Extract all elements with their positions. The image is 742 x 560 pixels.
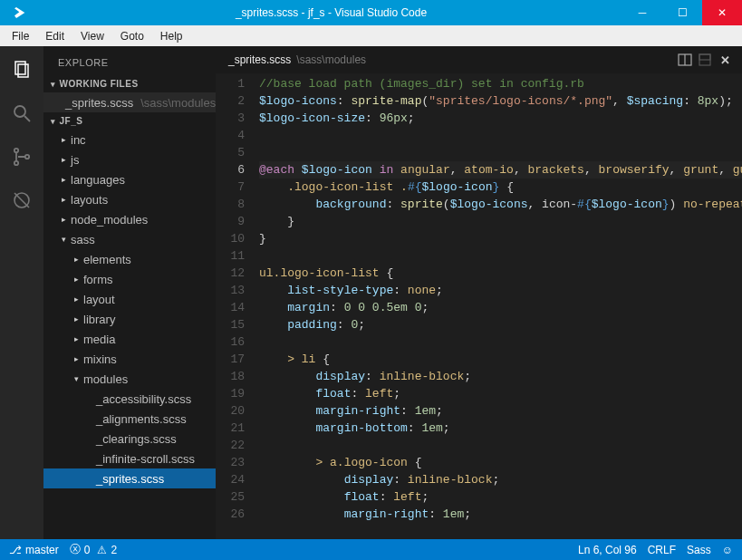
feedback-icon[interactable]: ☺ — [722, 544, 733, 556]
tree-item[interactable]: ▾modules — [43, 369, 216, 389]
warning-icon: ⚠ — [97, 544, 107, 556]
menu-help[interactable]: Help — [152, 28, 191, 44]
close-button[interactable]: ✕ — [702, 0, 742, 25]
svg-rect-12 — [699, 54, 710, 60]
chevron-down-icon: ▾ — [72, 374, 80, 383]
sidebar: EXPLORE ▾ WORKING FILES _sprites.scss \s… — [43, 46, 216, 539]
tab-filepath: \sass\modules — [296, 53, 366, 66]
split-editor-icon[interactable] — [675, 53, 695, 67]
activity-bar — [0, 46, 43, 539]
chevron-down-icon: ▾ — [60, 235, 67, 244]
window-title: _sprites.scss - jf_s - Visual Studio Cod… — [40, 6, 622, 19]
debug-icon[interactable] — [9, 188, 34, 213]
tree-item[interactable]: ▸elements — [43, 249, 216, 269]
svg-rect-1 — [18, 64, 28, 77]
search-icon[interactable] — [9, 101, 34, 126]
eol-indicator[interactable]: CRLF — [648, 544, 676, 556]
tree-item-label: _sprites.scss — [96, 472, 164, 486]
titlebar: _sprites.scss - jf_s - Visual Studio Cod… — [0, 0, 742, 25]
tree-item[interactable]: ▸languages — [43, 169, 216, 189]
working-files-header[interactable]: ▾ WORKING FILES — [43, 75, 216, 92]
tree-item-label: modules — [83, 372, 128, 386]
menu-file[interactable]: File — [4, 28, 37, 44]
vscode-logo-icon — [0, 5, 40, 20]
error-icon: ⓧ — [70, 542, 81, 557]
tab-filename[interactable]: _sprites.scss — [228, 53, 291, 66]
tree-item-label: inc — [71, 133, 86, 147]
tree-item[interactable]: ▸mixins — [43, 349, 216, 369]
chevron-down-icon: ▾ — [51, 80, 56, 89]
tree-item[interactable]: ▸media — [43, 329, 216, 349]
cursor-position[interactable]: Ln 6, Col 96 — [578, 544, 637, 556]
menu-edit[interactable]: Edit — [37, 28, 72, 44]
tree-item-label: elements — [83, 253, 131, 266]
more-actions-icon[interactable] — [695, 53, 715, 67]
chevron-right-icon: ▸ — [60, 195, 67, 204]
tree-item[interactable]: ▸inc — [43, 130, 216, 150]
chevron-down-icon: ▾ — [51, 117, 56, 126]
chevron-right-icon: ▸ — [72, 294, 80, 304]
branch-icon: ⎇ — [9, 544, 22, 556]
tree-item[interactable]: ▸library — [43, 309, 216, 329]
editor-tabs: _sprites.scss \sass\modules ✕ — [216, 46, 742, 73]
tree-item[interactable]: ▸_accessibility.scss — [43, 389, 216, 409]
tree-item-label: layouts — [71, 193, 108, 207]
tree-item-label: sass — [71, 233, 95, 246]
tree-item[interactable]: ▾sass — [43, 229, 216, 249]
tree-item[interactable]: ▸_alignments.scss — [43, 409, 216, 429]
chevron-right-icon: ▸ — [72, 354, 80, 363]
minimize-button[interactable]: ─ — [622, 0, 662, 25]
svg-point-6 — [25, 155, 29, 159]
svg-rect-0 — [15, 62, 25, 74]
chevron-right-icon: ▸ — [72, 275, 80, 284]
tree-item-label: mixins — [83, 352, 117, 366]
code-editor[interactable]: 1234567891011121314151617181920212223242… — [216, 73, 742, 539]
svg-line-3 — [24, 116, 30, 121]
tree-item-label: forms — [83, 273, 113, 286]
tree-item-label: _infinite-scroll.scss — [96, 452, 195, 466]
problems[interactable]: ⓧ0 ⚠2 — [70, 542, 117, 557]
tree-item-label: layout — [83, 293, 115, 306]
chevron-right-icon: ▸ — [60, 215, 67, 224]
status-bar: ⎇ master ⓧ0 ⚠2 Ln 6, Col 96 CRLF Sass ☺ — [0, 539, 742, 560]
sidebar-title: EXPLORE — [43, 46, 216, 75]
chevron-right-icon: ▸ — [72, 314, 80, 323]
line-gutter: 1234567891011121314151617181920212223242… — [216, 73, 254, 539]
tree-item[interactable]: ▸_infinite-scroll.scss — [43, 449, 216, 468]
svg-point-2 — [14, 106, 25, 117]
close-tab-icon[interactable]: ✕ — [715, 53, 735, 67]
code-content[interactable]: //base load path (images_dir) set in con… — [254, 73, 742, 539]
language-mode[interactable]: Sass — [687, 544, 711, 556]
tree-item[interactable]: ▸js — [43, 150, 216, 169]
svg-point-4 — [14, 149, 18, 152]
tree-item-label: languages — [71, 173, 125, 187]
tree-item-label: js — [71, 153, 79, 167]
chevron-right-icon: ▸ — [60, 155, 67, 164]
menu-view[interactable]: View — [72, 28, 112, 44]
tree-item-label: library — [83, 313, 115, 326]
working-file-item[interactable]: _sprites.scss \sass\modules — [43, 92, 216, 112]
tree-item[interactable]: ▸layouts — [43, 189, 216, 209]
chevron-right-icon: ▸ — [60, 175, 67, 184]
chevron-right-icon: ▸ — [60, 135, 67, 144]
tree-item[interactable]: ▸node_modules — [43, 209, 216, 229]
chevron-right-icon: ▸ — [72, 334, 80, 343]
tree-item-label: _accessibility.scss — [96, 392, 191, 406]
tree-item-label: node_modules — [71, 213, 148, 227]
project-header[interactable]: ▾ JF_S — [43, 112, 216, 130]
source-control-icon[interactable] — [9, 144, 34, 169]
tree-item[interactable]: ▸_sprites.scss — [43, 468, 216, 488]
tree-item[interactable]: ▸forms — [43, 269, 216, 289]
git-branch[interactable]: ⎇ master — [9, 544, 59, 556]
tree-item-label: _alignments.scss — [96, 412, 187, 426]
menubar: FileEditViewGotoHelp — [0, 25, 742, 46]
editor-area: _sprites.scss \sass\modules ✕ 1234567891… — [216, 46, 742, 539]
tree-item-label: media — [83, 333, 115, 346]
menu-goto[interactable]: Goto — [112, 28, 152, 44]
svg-point-5 — [14, 161, 18, 165]
maximize-button[interactable]: ☐ — [662, 0, 702, 25]
tree-item[interactable]: ▸layout — [43, 289, 216, 309]
tree-item-label: _clearings.scss — [96, 432, 177, 446]
tree-item[interactable]: ▸_clearings.scss — [43, 429, 216, 449]
explorer-icon[interactable] — [9, 57, 34, 82]
